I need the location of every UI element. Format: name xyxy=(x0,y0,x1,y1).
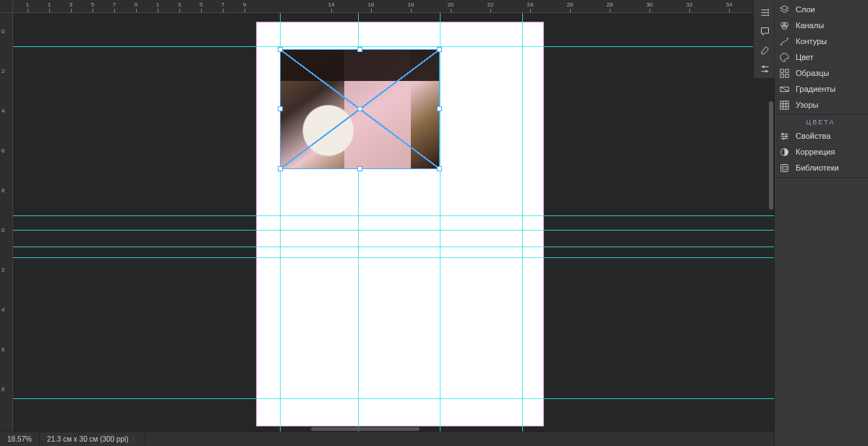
panel-group-2: цветаСвойстваКоррекцияБиблиотеки xyxy=(775,115,868,178)
ruler-v-label: 4 xyxy=(1,306,4,313)
panel-tab-properties[interactable]: Свойства xyxy=(775,128,868,144)
comment-icon[interactable] xyxy=(754,22,775,40)
guide-vertical[interactable] xyxy=(522,13,523,432)
sliders-icon[interactable] xyxy=(754,59,775,78)
svg-rect-13 xyxy=(786,74,788,77)
placed-photo[interactable] xyxy=(280,49,440,169)
guide-vertical[interactable] xyxy=(440,13,441,432)
ruler-h-label: 5 xyxy=(91,1,94,8)
panels-sidebar: СлоиКаналыКонтурыЦветОбразцыГрадиентыУзо… xyxy=(774,0,868,446)
chevron-right-icon: 〉 xyxy=(132,435,137,443)
svg-rect-10 xyxy=(780,69,783,72)
ruler-h-label: 9 xyxy=(243,1,246,8)
panel-tab-label: Каналы xyxy=(796,21,824,30)
ruler-v-label: 6 xyxy=(1,147,4,154)
svg-rect-20 xyxy=(781,164,788,171)
ruler-h-label: 1 xyxy=(156,1,159,8)
ruler-h-label: 5 xyxy=(200,1,203,8)
ruler-h-label: 9 xyxy=(135,1,137,8)
panel-tab-label: Свойства xyxy=(796,132,830,140)
ruler-h-label: 20 xyxy=(448,1,454,8)
panel-tab-label: Градиенты xyxy=(796,85,835,93)
svg-point-9 xyxy=(787,38,788,39)
ruler-v-label: 8 xyxy=(1,386,4,393)
ruler-vertical[interactable]: 0246802468 xyxy=(0,13,13,432)
panel-tab-gradients[interactable]: Градиенты xyxy=(775,81,868,97)
panel-tab-label: Узоры xyxy=(796,100,818,109)
svg-point-2 xyxy=(767,14,768,16)
options-icon[interactable] xyxy=(754,3,775,22)
panel-tab-channels[interactable]: Каналы xyxy=(775,17,868,33)
panel-tab-patterns[interactable]: Узоры xyxy=(775,97,868,113)
ruler-v-label: 2 xyxy=(1,68,4,74)
ruler-h-label: 18 xyxy=(408,1,414,8)
ruler-v-label: 0 xyxy=(1,28,4,35)
ruler-h-label: 3 xyxy=(69,1,72,8)
collapsed-panel-strip xyxy=(753,0,775,78)
guide-horizontal[interactable] xyxy=(13,215,774,216)
ruler-h-label: 14 xyxy=(328,1,335,8)
panel-tab-layers[interactable]: Слои xyxy=(775,1,868,17)
svg-rect-15 xyxy=(780,100,788,108)
ruler-h-label: 22 xyxy=(488,1,494,8)
vertical-scrollbar-thumb[interactable] xyxy=(769,101,773,210)
guide-horizontal[interactable] xyxy=(13,246,774,247)
ruler-v-label: 8 xyxy=(1,187,4,194)
panel-tab-libraries[interactable]: Библиотеки xyxy=(775,160,868,176)
ruler-v-label: 0 xyxy=(1,227,4,233)
ruler-h-label: 34 xyxy=(726,1,733,8)
panel-tab-swatches[interactable]: Образцы xyxy=(775,65,868,81)
panel-tab-label: Контуры xyxy=(796,37,827,46)
brush-icon[interactable] xyxy=(754,40,775,59)
panel-tab-label: Слои xyxy=(796,5,815,14)
svg-rect-11 xyxy=(786,69,788,72)
ruler-h-label: 24 xyxy=(527,1,534,8)
guide-horizontal[interactable] xyxy=(13,230,774,231)
panel-section-label: цвета xyxy=(775,116,868,128)
panel-tab-adjustments[interactable]: Коррекция xyxy=(775,144,868,160)
ruler-h-label: 7 xyxy=(113,1,116,8)
panel-tab-label: Библиотеки xyxy=(796,163,839,172)
ruler-h-label: 32 xyxy=(686,1,693,8)
panel-tab-label: Цвет xyxy=(796,53,814,61)
svg-point-0 xyxy=(767,9,768,10)
guide-horizontal[interactable] xyxy=(13,398,774,399)
panel-tab-label: Образцы xyxy=(796,69,829,77)
ruler-v-label: 4 xyxy=(1,108,4,114)
horizontal-scrollbar-thumb[interactable] xyxy=(311,427,420,431)
ruler-v-label: 2 xyxy=(1,267,4,273)
svg-rect-12 xyxy=(780,74,783,77)
ruler-origin[interactable] xyxy=(0,0,13,13)
panel-tab-color[interactable]: Цвет xyxy=(775,49,868,65)
zoom-level[interactable]: 18.57% xyxy=(0,432,40,446)
ruler-h-label: 3 xyxy=(178,1,181,8)
svg-point-1 xyxy=(767,12,768,13)
ruler-h-label: 1 xyxy=(48,1,51,8)
svg-point-8 xyxy=(780,43,782,45)
svg-rect-21 xyxy=(783,166,786,170)
ruler-h-label: 26 xyxy=(567,1,574,8)
ruler-h-label: 7 xyxy=(221,1,224,8)
panel-tab-paths[interactable]: Контуры xyxy=(775,33,868,49)
status-bar: 18.57% 21.3 см x 30 см (300 ppi) 〉 xyxy=(0,432,774,446)
ruler-h-label: 28 xyxy=(607,1,613,8)
canvas-workspace[interactable] xyxy=(13,13,774,432)
ruler-h-label: 30 xyxy=(647,1,653,8)
ruler-v-label: 6 xyxy=(1,346,4,353)
ruler-horizontal[interactable]: 311357913579141618202224262830323436 xyxy=(13,0,774,13)
panel-group-1: СлоиКаналыКонтурыЦветОбразцыГрадиентыУзо… xyxy=(775,0,868,115)
guide-horizontal[interactable] xyxy=(13,46,774,47)
panel-tab-label: Коррекция xyxy=(796,147,835,156)
ruler-h-label: 16 xyxy=(368,1,375,8)
ruler-h-label: 1 xyxy=(26,1,29,8)
guide-horizontal[interactable] xyxy=(13,257,774,258)
document-dimensions[interactable]: 21.3 см x 30 см (300 ppi) 〉 xyxy=(40,432,145,446)
